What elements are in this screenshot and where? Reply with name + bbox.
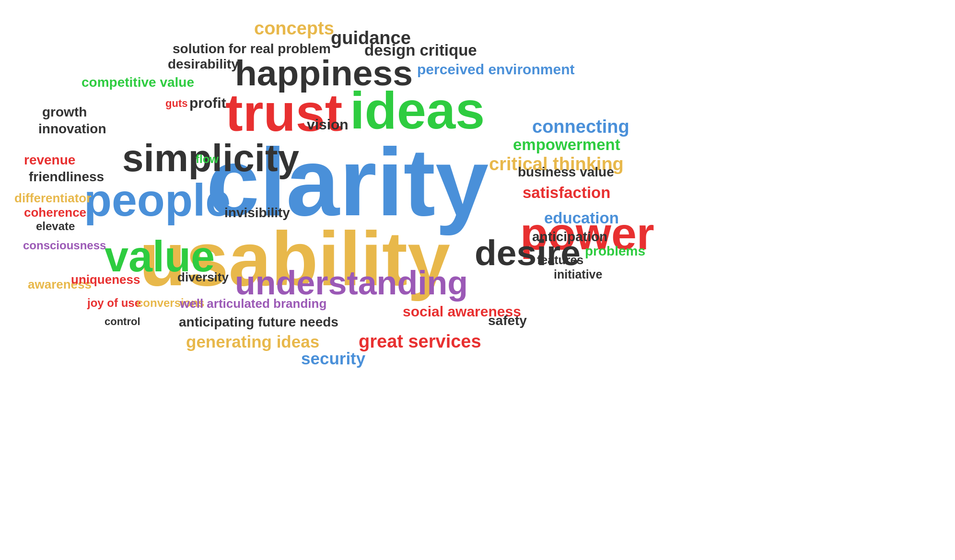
word-item: well articulated branding — [180, 297, 326, 310]
word-item: great services — [359, 332, 481, 350]
word-item: guts — [165, 98, 187, 109]
word-cloud: clarityusabilitytrustideashappinessvalue… — [0, 0, 955, 560]
word-item: flow — [196, 153, 219, 165]
word-item: initiative — [554, 268, 602, 280]
word-item: anticipation — [532, 230, 607, 244]
word-item: uniqueness — [71, 273, 140, 286]
word-item: generating ideas — [186, 333, 319, 350]
word-item: concepts — [254, 19, 334, 37]
word-item: understanding — [235, 266, 468, 300]
word-item: connecting — [532, 117, 629, 136]
word-item: people — [84, 177, 231, 223]
word-item: empowerment — [513, 137, 620, 152]
word-item: happiness — [235, 55, 413, 91]
word-item: revenue — [24, 153, 75, 167]
word-item: desirability — [168, 58, 239, 71]
word-item: diversity — [177, 271, 229, 283]
word-item: competitive value — [82, 76, 194, 89]
word-item: anticipating future needs — [179, 315, 338, 329]
word-item: coherence — [24, 206, 86, 219]
word-item: business value — [518, 165, 614, 179]
word-item: control — [105, 316, 140, 327]
word-item: profit — [189, 96, 226, 110]
word-item: friendliness — [29, 170, 104, 184]
word-item: safety — [488, 314, 527, 327]
word-item: features — [537, 254, 583, 266]
word-item: innovation — [38, 122, 106, 136]
word-item: design critique — [364, 42, 477, 58]
word-item: solution for real problem — [173, 42, 331, 56]
word-item: elevate — [36, 221, 75, 232]
word-item: perceived environment — [417, 62, 574, 77]
word-item: growth — [42, 105, 87, 119]
word-item: security — [301, 350, 365, 367]
word-item: problems — [585, 245, 645, 258]
word-item: differentiator — [14, 192, 91, 204]
word-item: joy of use — [87, 297, 141, 309]
word-item: satisfaction — [523, 185, 610, 200]
word-item: invisibility — [224, 206, 290, 220]
word-item: education — [544, 210, 619, 226]
word-item: consciousness — [23, 240, 106, 251]
word-item: vision — [307, 117, 349, 132]
